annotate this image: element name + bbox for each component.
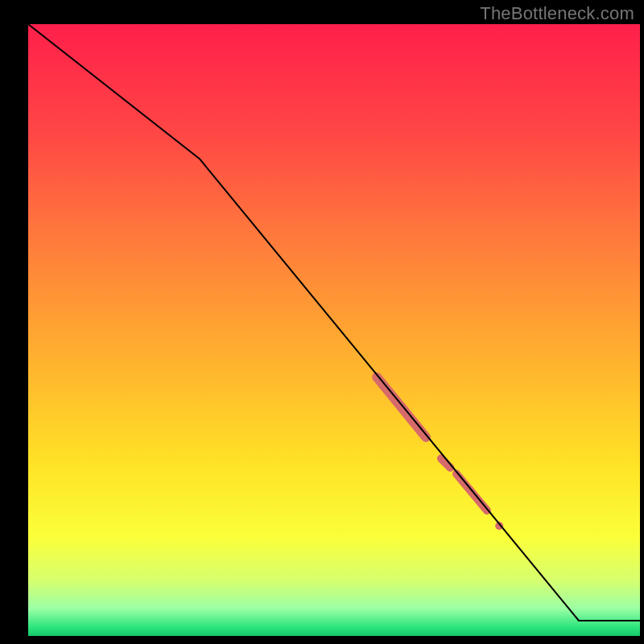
thick-segment-1 [377, 378, 426, 437]
thick-segment-3 [456, 474, 487, 511]
watermark-text: TheBottleneck.com [480, 3, 634, 24]
marker-group [377, 378, 499, 526]
plot-area [28, 24, 640, 636]
chart-stage: TheBottleneck.com [0, 0, 644, 644]
main-curve [28, 24, 640, 621]
curve-layer [28, 24, 640, 636]
